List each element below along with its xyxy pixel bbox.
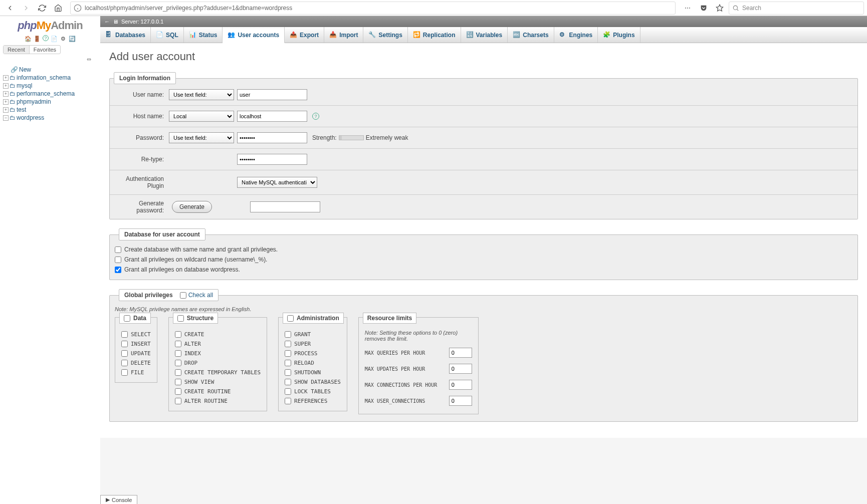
fieldset-db: Database for user account Create databas… bbox=[109, 228, 858, 280]
sidebar: phpMyAdmin 🏠 🚪 ? 📄 ⚙ 🔄 Recent Favorites … bbox=[0, 16, 100, 504]
collapse-icon[interactable]: ⇔ bbox=[0, 56, 100, 63]
hostname-help-icon[interactable]: ? bbox=[312, 113, 319, 120]
priv-reload-checkbox[interactable] bbox=[285, 360, 291, 366]
priv-update-checkbox[interactable] bbox=[121, 350, 128, 357]
tab-engines[interactable]: ⚙Engines bbox=[554, 27, 598, 43]
generated-password-input[interactable] bbox=[250, 201, 320, 212]
server-back-icon[interactable]: ← bbox=[104, 19, 110, 25]
priv-alter-routine-checkbox[interactable] bbox=[175, 398, 181, 404]
tab-replication[interactable]: 🔁Replication bbox=[408, 27, 461, 43]
home-button[interactable] bbox=[51, 1, 65, 15]
priv-shutdown-checkbox[interactable] bbox=[285, 369, 291, 376]
username-mode-select[interactable]: Use text field: bbox=[169, 89, 234, 100]
docs-icon[interactable]: 📄 bbox=[51, 35, 58, 42]
resource-input-0[interactable] bbox=[449, 348, 472, 358]
tab-export[interactable]: 📤Export bbox=[285, 27, 324, 43]
settings-icon[interactable]: ⚙ bbox=[60, 35, 67, 42]
phpmyadmin-logo[interactable]: phpMyAdmin bbox=[0, 19, 100, 32]
priv-grant: GRANT bbox=[285, 330, 341, 339]
expand-icon[interactable]: + bbox=[3, 99, 9, 105]
url-text: localhost/phpmyadmin/server_privileges.p… bbox=[85, 5, 292, 12]
tab-variables[interactable]: 🔣Variables bbox=[461, 27, 508, 43]
auth-select[interactable]: Native MySQL authentication bbox=[237, 177, 317, 188]
tree-db-performance_schema[interactable]: +🗀performance_schema bbox=[3, 90, 97, 98]
priv-lock-tables-checkbox[interactable] bbox=[285, 388, 291, 395]
pocket-icon[interactable] bbox=[697, 1, 711, 15]
global-note: Note: MySQL privilege names are expresse… bbox=[115, 305, 852, 317]
console-tab[interactable]: ▶ Console bbox=[100, 495, 137, 504]
back-button[interactable] bbox=[3, 1, 17, 15]
expand-icon[interactable]: − bbox=[3, 115, 9, 121]
priv-show-databases-checkbox[interactable] bbox=[285, 379, 291, 385]
username-input[interactable] bbox=[237, 89, 307, 100]
tab-charsets[interactable]: 🔤Charsets bbox=[508, 27, 554, 43]
priv-super-checkbox[interactable] bbox=[285, 341, 291, 347]
tab-sql[interactable]: 📄SQL bbox=[151, 27, 184, 43]
priv-process-checkbox[interactable] bbox=[285, 350, 291, 357]
expand-icon[interactable]: + bbox=[3, 75, 9, 81]
db-checkbox-0[interactable] bbox=[115, 246, 121, 253]
admin-group-checkbox[interactable] bbox=[287, 315, 294, 322]
priv-index-checkbox[interactable] bbox=[175, 350, 181, 357]
tab-settings[interactable]: 🔧Settings bbox=[363, 27, 407, 43]
priv-delete-checkbox[interactable] bbox=[121, 360, 128, 366]
hostname-input[interactable] bbox=[237, 111, 307, 122]
priv-references-checkbox[interactable] bbox=[285, 398, 291, 404]
home-icon[interactable]: 🏠 bbox=[25, 35, 32, 42]
logout-icon[interactable]: 🚪 bbox=[34, 35, 41, 42]
db-checkbox-2[interactable] bbox=[115, 267, 121, 273]
bookmark-icon[interactable] bbox=[713, 1, 727, 15]
data-group-checkbox[interactable] bbox=[124, 315, 130, 322]
tab-databases[interactable]: 🗄Databases bbox=[100, 27, 151, 43]
help-icon[interactable]: ? bbox=[43, 35, 49, 41]
structure-group-checkbox[interactable] bbox=[177, 315, 184, 322]
tree-db-information_schema[interactable]: +🗀information_schema bbox=[3, 74, 97, 82]
tree-db-mysql[interactable]: +🗀mysql bbox=[3, 82, 97, 90]
priv-insert-checkbox[interactable] bbox=[121, 341, 128, 347]
forward-button[interactable] bbox=[19, 1, 33, 15]
sidebar-mini-icons: 🏠 🚪 ? 📄 ⚙ 🔄 bbox=[0, 35, 100, 42]
priv-grant-checkbox[interactable] bbox=[285, 331, 291, 338]
resource-input-3[interactable] bbox=[449, 396, 472, 406]
generate-button[interactable]: Generate bbox=[172, 201, 212, 213]
tab-import[interactable]: 📥Import bbox=[324, 27, 363, 43]
tree-db-phpmyadmin[interactable]: +🗀phpmyadmin bbox=[3, 98, 97, 106]
priv-create-temporary-tables-checkbox[interactable] bbox=[175, 369, 181, 376]
reload-button[interactable] bbox=[35, 1, 49, 15]
tab-favorites[interactable]: Favorites bbox=[30, 46, 60, 54]
priv-structure-box: Structure CREATEALTERINDEXDROPCREATE TEM… bbox=[168, 317, 267, 411]
priv-alter-checkbox[interactable] bbox=[175, 341, 181, 347]
more-icon[interactable]: ⋯ bbox=[681, 1, 695, 15]
user-accounts-icon: 👥 bbox=[228, 31, 236, 39]
tab-recent[interactable]: Recent bbox=[4, 46, 30, 54]
refresh-icon[interactable]: 🔄 bbox=[69, 35, 76, 42]
priv-select-checkbox[interactable] bbox=[121, 331, 128, 338]
resource-input-1[interactable] bbox=[449, 364, 472, 374]
priv-drop-checkbox[interactable] bbox=[175, 360, 181, 366]
password-mode-select[interactable]: Use text field: bbox=[169, 132, 234, 143]
priv-create-routine-checkbox[interactable] bbox=[175, 388, 181, 395]
priv-references: REFERENCES bbox=[285, 396, 341, 406]
check-all-checkbox[interactable] bbox=[180, 292, 186, 299]
tab-plugins[interactable]: 🧩Plugins bbox=[598, 27, 640, 43]
expand-icon[interactable]: + bbox=[3, 91, 9, 97]
sql-icon: 📄 bbox=[156, 31, 164, 39]
priv-create-checkbox[interactable] bbox=[175, 331, 181, 338]
retype-input[interactable] bbox=[237, 154, 307, 165]
browser-search[interactable]: Search bbox=[729, 2, 864, 15]
expand-icon[interactable]: + bbox=[3, 83, 9, 89]
db-checkbox-1[interactable] bbox=[115, 257, 121, 263]
url-bar[interactable]: localhost/phpmyadmin/server_privileges.p… bbox=[70, 2, 676, 15]
expand-icon[interactable]: + bbox=[3, 107, 9, 113]
resource-input-2[interactable] bbox=[449, 380, 472, 390]
tree-db-wordpress[interactable]: −🗀wordpress bbox=[3, 114, 97, 122]
tree-new[interactable]: 🔗 New bbox=[3, 66, 97, 74]
tab-status[interactable]: 📊Status bbox=[184, 27, 223, 43]
tab-user-accounts[interactable]: 👥User accounts bbox=[223, 27, 285, 43]
priv-show-view-checkbox[interactable] bbox=[175, 379, 181, 385]
priv-file-checkbox[interactable] bbox=[121, 369, 128, 376]
hostname-mode-select[interactable]: Local bbox=[169, 111, 234, 122]
check-all[interactable]: Check all bbox=[180, 292, 213, 299]
password-input[interactable] bbox=[237, 132, 307, 143]
tree-db-test[interactable]: +🗀test bbox=[3, 106, 97, 114]
